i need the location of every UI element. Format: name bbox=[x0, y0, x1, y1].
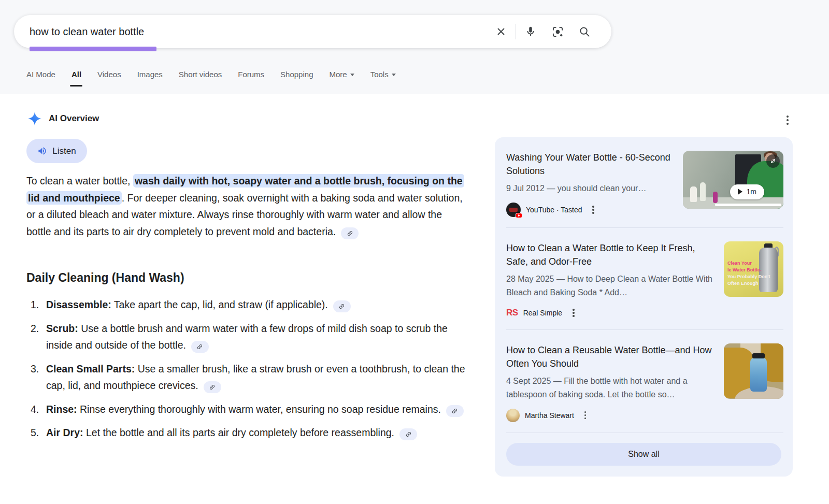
video-thumbnail[interactable]: 1m bbox=[683, 151, 783, 209]
card-divider bbox=[506, 433, 783, 433]
show-all-button[interactable]: Show all bbox=[506, 443, 781, 466]
related-sources-panel: Washing Your Water Bottle - 60-Second So… bbox=[495, 137, 793, 477]
tab-shopping[interactable]: Shopping bbox=[280, 70, 313, 80]
search-header: AI Mode All Videos Images Short videos F… bbox=[0, 0, 829, 94]
expand-icon[interactable] bbox=[766, 154, 780, 168]
step-label: Scrub: bbox=[46, 323, 78, 334]
youtube-play-badge-icon bbox=[516, 213, 522, 218]
step-text: Rinse everything thoroughly with warm wa… bbox=[77, 404, 441, 415]
tab-more[interactable]: More bbox=[329, 70, 354, 80]
citation-link-icon[interactable] bbox=[399, 428, 417, 440]
citation-link-icon[interactable] bbox=[446, 405, 464, 417]
ai-overview-summary: To clean a water bottle, wash daily with… bbox=[26, 172, 466, 240]
citation-link-icon[interactable] bbox=[333, 300, 351, 312]
search-bar[interactable] bbox=[14, 15, 611, 48]
video-progress-bar bbox=[715, 204, 781, 206]
step-number: 5. bbox=[31, 424, 39, 441]
tab-videos[interactable]: Videos bbox=[97, 70, 121, 80]
source-card-title[interactable]: How to Clean a Reusable Water Bottle—and… bbox=[506, 343, 716, 370]
video-duration: 1m bbox=[746, 188, 756, 196]
loading-progress-bar bbox=[30, 47, 156, 51]
play-icon bbox=[738, 189, 742, 195]
step-text: Use a bottle brush and warm water with a… bbox=[46, 323, 448, 351]
card-menu-icon[interactable] bbox=[582, 409, 589, 422]
play-button[interactable]: 1m bbox=[730, 184, 764, 199]
tab-images[interactable]: Images bbox=[137, 70, 163, 80]
list-item: 3.Clean Small Parts: Use a smaller brush… bbox=[26, 361, 476, 394]
source-card-real-simple[interactable]: How to Clean a Water Bottle to Keep It F… bbox=[495, 228, 793, 329]
tab-tools-label: Tools bbox=[370, 70, 389, 79]
list-item: 1.Disassemble: Take apart the cap, lid, … bbox=[26, 296, 476, 313]
ai-overview-title: AI Overview bbox=[49, 113, 99, 124]
step-label: Air Dry: bbox=[46, 427, 83, 438]
listen-button-label: Listen bbox=[52, 146, 76, 156]
tab-short-videos[interactable]: Short videos bbox=[179, 70, 222, 80]
card-menu-icon[interactable] bbox=[590, 204, 596, 216]
ai-overview-menu-icon[interactable] bbox=[781, 113, 794, 127]
summary-text: To clean a water bottle, bbox=[26, 175, 133, 186]
list-item: 2.Scrub: Use a bottle brush and warm wat… bbox=[26, 320, 476, 354]
thumbnail-text: Clean Your le Water Bottle- You Probably… bbox=[727, 260, 770, 287]
source-name: Martha Stewart bbox=[525, 411, 574, 420]
chevron-down-icon bbox=[392, 74, 396, 76]
source-card-youtube[interactable]: Washing Your Water Bottle - 60-Second So… bbox=[495, 137, 793, 227]
search-divider bbox=[516, 24, 516, 39]
citation-link-icon[interactable] bbox=[204, 381, 221, 393]
search-input[interactable] bbox=[14, 15, 488, 48]
article-thumbnail[interactable] bbox=[724, 343, 783, 399]
listen-button[interactable]: Listen bbox=[26, 139, 87, 163]
card-menu-icon[interactable] bbox=[570, 307, 577, 319]
avatar bbox=[506, 409, 520, 422]
citation-link-icon[interactable] bbox=[191, 341, 209, 353]
search-bar-actions bbox=[488, 20, 611, 43]
source-card-title[interactable]: Washing Your Water Bottle - 60-Second So… bbox=[506, 151, 675, 178]
source-card-title[interactable]: How to Clean a Water Bottle to Keep It F… bbox=[506, 241, 716, 268]
ai-overview-header: AI Overview bbox=[28, 112, 99, 125]
source-card-snippet: 4 Sept 2025 — Fill the bottle with hot w… bbox=[506, 375, 716, 401]
speaker-icon bbox=[37, 146, 47, 156]
list-item: 5.Air Dry: Let the bottle and all its pa… bbox=[26, 424, 476, 441]
search-submit-icon[interactable] bbox=[571, 20, 598, 43]
step-number: 1. bbox=[31, 296, 39, 313]
clear-search-icon[interactable] bbox=[488, 20, 514, 43]
chevron-down-icon bbox=[350, 74, 354, 76]
tab-more-label: More bbox=[329, 70, 347, 79]
source-name: YouTube · Tasted bbox=[526, 206, 582, 214]
step-text: Take apart the cap, lid, and straw (if a… bbox=[111, 299, 328, 310]
cleaning-steps-list: 1.Disassemble: Take apart the cap, lid, … bbox=[26, 296, 476, 448]
source-card-snippet: 28 May 2025 — How to Deep Clean a Water … bbox=[506, 272, 716, 299]
section-heading: Daily Cleaning (Hand Wash) bbox=[26, 271, 184, 285]
step-label: Clean Small Parts: bbox=[46, 363, 135, 375]
step-number: 3. bbox=[31, 361, 39, 378]
step-label: Rinse: bbox=[46, 404, 77, 415]
result-type-tabs: AI Mode All Videos Images Short videos F… bbox=[26, 66, 396, 83]
source-card-snippet: 9 Jul 2012 — you should clean your… bbox=[506, 182, 675, 195]
step-number: 4. bbox=[31, 401, 39, 418]
real-simple-logo: RS bbox=[506, 308, 518, 318]
google-search-results-page: AI Mode All Videos Images Short videos F… bbox=[0, 0, 829, 504]
step-number: 2. bbox=[31, 320, 39, 337]
voice-search-icon[interactable] bbox=[517, 20, 544, 43]
tab-tools[interactable]: Tools bbox=[370, 70, 396, 80]
ai-sparkle-icon bbox=[28, 112, 41, 125]
lens-search-icon[interactable] bbox=[544, 20, 571, 43]
tab-ai-mode[interactable]: AI Mode bbox=[26, 70, 55, 80]
list-item: 4.Rinse: Rinse everything thoroughly wit… bbox=[26, 401, 476, 418]
step-text: Let the bottle and all its parts air dry… bbox=[83, 427, 394, 438]
tab-forums[interactable]: Forums bbox=[238, 70, 264, 80]
article-thumbnail[interactable]: Clean Your le Water Bottle- You Probably… bbox=[724, 241, 783, 297]
step-label: Disassemble: bbox=[46, 299, 111, 310]
source-name: Real Simple bbox=[523, 309, 562, 317]
citation-link-icon[interactable] bbox=[341, 227, 359, 239]
source-card-martha-stewart[interactable]: How to Clean a Reusable Water Bottle—and… bbox=[495, 330, 793, 433]
tab-all[interactable]: All bbox=[72, 70, 81, 80]
avatar bbox=[506, 203, 521, 217]
